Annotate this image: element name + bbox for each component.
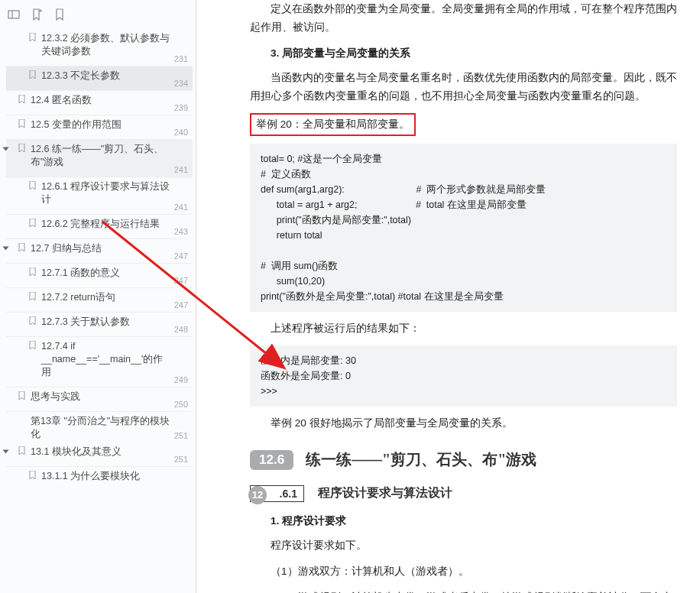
code-block: total= 0; #这是一个全局变量 # 定义函数 def sum(arg1,… — [250, 144, 677, 312]
toc-page: 249 — [174, 375, 188, 384]
toc-item[interactable]: 12.3.2 必须参数、默认参数与关键词参数231 — [6, 29, 193, 66]
toc-item[interactable]: 第13章 "分而治之"与程序的模块化251 — [6, 412, 193, 442]
toc-label: 第13章 "分而治之"与程序的模块化 — [31, 415, 193, 441]
toc-page: 248 — [174, 325, 188, 334]
toc-label: 12.3.3 不定长参数 — [41, 70, 193, 83]
bookmark-icon — [18, 390, 26, 402]
toc-item[interactable]: 12.3.3 不定长参数234 — [6, 66, 193, 91]
bookmark-icon — [29, 340, 37, 352]
paragraph: 当函数内的变量名与全局变量名重名时，函数优先使用函数内的局部变量。因此，既不用担… — [250, 69, 677, 105]
paragraph: （1）游戏双方：计算机和人（游戏者）。 — [250, 562, 677, 581]
toc-page: 247 — [174, 251, 188, 261]
heading-3: 3. 局部变量与全局变量的关系 — [250, 44, 677, 63]
toc-item[interactable]: 思考与实践250 — [6, 387, 193, 412]
page-content: 定义在函数外部的变量为全局变量。全局变量拥有全局的作用域，可在整个程序范围内起作… — [196, 0, 700, 593]
toc-page: 234 — [174, 79, 188, 88]
toc-label: 12.5 变量的作用范围 — [31, 118, 193, 131]
bookmark-icon — [18, 143, 26, 154]
toc-label: 12.7.2 return语句 — [41, 291, 193, 304]
toc-page: 241 — [174, 165, 188, 174]
toc-page: 241 — [174, 203, 188, 212]
toolbar — [0, 0, 196, 29]
toc-page: 243 — [174, 227, 188, 236]
toc-item[interactable]: 12.7 归纳与总结247 — [6, 239, 193, 264]
bookmark-icon — [29, 470, 37, 481]
bookmark-icon — [18, 118, 26, 130]
toc-label: 12.7.4 if __name__=='__main__'的作用 — [41, 340, 193, 379]
heading-4: 1. 程序设计要求 — [250, 512, 677, 530]
toc-label: 12.7.3 关于默认参数 — [41, 316, 193, 329]
toc-label: 12.6.2 完整程序与运行结果 — [41, 218, 193, 231]
example-label: 举例 20：全局变量和局部变量。 — [250, 113, 677, 136]
paragraph: 上述程序被运行后的结果如下： — [250, 319, 677, 338]
subsection-title: 程序设计要求与算法设计 — [318, 485, 452, 501]
code-block: 函数内是局部变量: 30 函数外是全局变量: 0 >>> — [250, 345, 677, 407]
sidebar: 12.3.2 必须参数、默认参数与关键词参数23112.3.3 不定长参数234… — [0, 0, 196, 593]
bookmark-icon — [18, 94, 26, 105]
bookmark-icon — [29, 267, 37, 278]
toc-label: 思考与实践 — [31, 390, 193, 403]
section-header: 12.6 练一练——"剪刀、石头、布"游戏 — [250, 449, 677, 470]
subsection-badge: 12 12.6.1 — [250, 488, 304, 500]
toc-item[interactable]: 12.7.1 函数的意义247 — [6, 264, 193, 288]
panel-icon[interactable] — [8, 8, 20, 21]
toc-label: 12.4 匿名函数 — [31, 94, 193, 107]
highlight-box: 举例 20：全局变量和局部变量。 — [250, 113, 416, 136]
toc-page: 247 — [174, 276, 188, 285]
toc-item[interactable]: 12.7.3 关于默认参数248 — [6, 313, 193, 337]
chevron-icon[interactable] — [3, 247, 9, 251]
toc-label: 12.6.1 程序设计要求与算法设计 — [41, 180, 193, 206]
toc-item[interactable]: 12.6.2 完整程序与运行结果243 — [6, 215, 193, 239]
toc-item[interactable]: 12.7.2 return语句247 — [6, 288, 193, 313]
paragraph: （2）游戏规则：计算机先出拳，游戏者后出拳，按游戏规则判断输赢并计分。可自定游戏… — [250, 588, 677, 593]
toc-item[interactable]: 12.5 变量的作用范围240 — [6, 115, 193, 140]
section-title: 练一练——"剪刀、石头、布"游戏 — [306, 449, 536, 470]
bookmark-icon — [29, 218, 37, 229]
svg-rect-0 — [8, 11, 19, 18]
paragraph: 举例 20 很好地揭示了局部变量与全局变量的关系。 — [250, 414, 677, 433]
bookmark-add-icon[interactable] — [31, 8, 43, 21]
bookmark-icon — [29, 291, 37, 303]
bookmark-icon — [18, 242, 26, 254]
bookmark-icon — [18, 446, 26, 457]
toc-item[interactable]: 12.6.1 程序设计要求与算法设计241 — [6, 177, 193, 215]
toc-label: 12.7.1 函数的意义 — [41, 267, 193, 280]
toc-label: 12.6 练一练——"剪刀、石头、布"游戏 — [31, 143, 193, 169]
toc-tree: 12.3.2 必须参数、默认参数与关键词参数23112.3.3 不定长参数234… — [0, 29, 196, 484]
chevron-icon[interactable] — [3, 147, 9, 151]
paragraph: 定义在函数外部的变量为全局变量。全局变量拥有全局的作用域，可在整个程序范围内起作… — [250, 0, 677, 37]
bookmark-icon — [29, 70, 37, 81]
bookmark-icon — [29, 180, 37, 192]
toc-label: 12.7 归纳与总结 — [31, 242, 193, 255]
bookmark-icon — [29, 32, 37, 44]
toc-page: 247 — [174, 300, 188, 309]
toc-item[interactable]: 13.1 模块化及其意义251 — [6, 442, 193, 467]
toc-page: 240 — [174, 128, 188, 137]
toc-item[interactable]: 12.4 匿名函数239 — [6, 91, 193, 115]
bookmark-icon[interactable] — [53, 8, 66, 21]
toc-page: 251 — [174, 431, 188, 440]
toc-label: 12.3.2 必须参数、默认参数与关键词参数 — [41, 32, 193, 58]
subsection-circle: 12 — [248, 486, 267, 504]
toc-item[interactable]: 12.6 练一练——"剪刀、石头、布"游戏241 — [6, 140, 193, 177]
subsection-header: 12 12.6.1 程序设计要求与算法设计 — [250, 485, 677, 501]
toc-label: 13.1 模块化及其意义 — [31, 446, 193, 459]
toc-page: 239 — [174, 103, 188, 112]
bookmark-icon — [29, 316, 37, 327]
toc-item[interactable]: 12.7.4 if __name__=='__main__'的作用249 — [6, 337, 193, 387]
section-number-badge: 12.6 — [250, 450, 293, 470]
toc-page: 250 — [174, 400, 188, 409]
chevron-icon[interactable] — [3, 450, 9, 454]
toc-page: 251 — [174, 455, 188, 464]
toc-item[interactable]: 13.1.1 为什么要模块化 — [6, 467, 193, 484]
toc-page: 231 — [174, 54, 188, 63]
paragraph: 程序设计要求如下。 — [250, 536, 677, 555]
toc-label: 13.1.1 为什么要模块化 — [41, 470, 193, 483]
